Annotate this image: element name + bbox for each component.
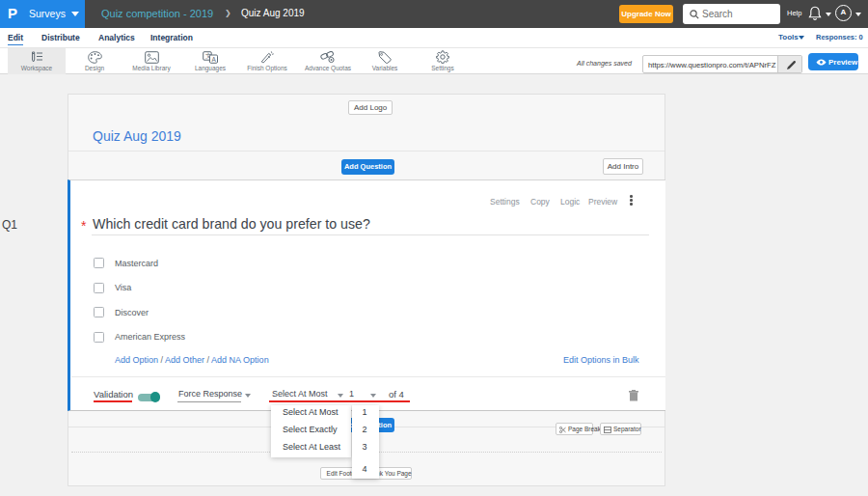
svg-text:A: A xyxy=(212,56,217,63)
